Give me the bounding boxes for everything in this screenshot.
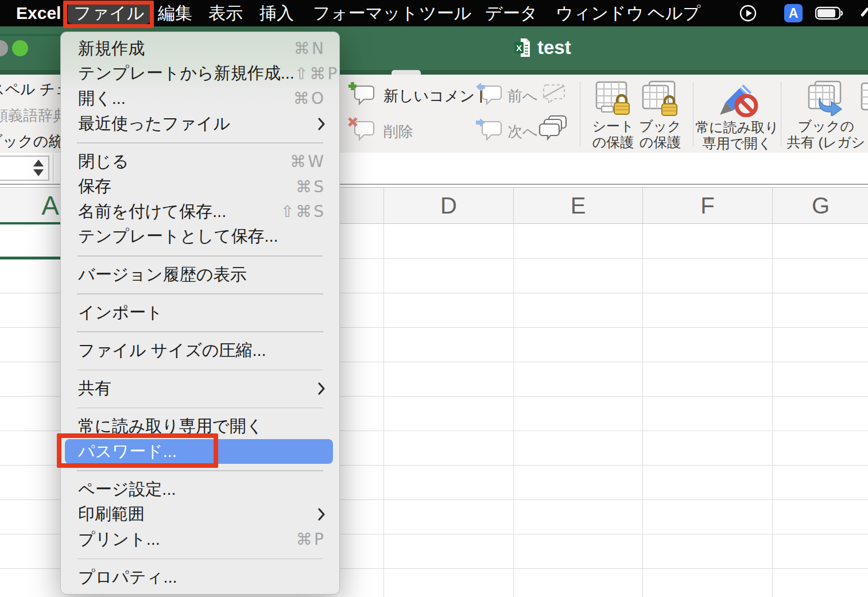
next-comment-icon [475, 117, 503, 141]
menubar-item-8[interactable]: ヘルプ [648, 0, 700, 26]
file-menu-item[interactable]: テンプレートとして保存... [61, 224, 339, 250]
menu-item-shortcut: ⌘S [296, 177, 326, 196]
next-comment-button: 次へ [507, 122, 538, 142]
thesaurus-button[interactable]: 類義語辞典 [0, 106, 68, 126]
menu-separator [61, 136, 339, 149]
svg-text:X: X [516, 43, 522, 53]
annotation-box-password [57, 433, 218, 468]
show-all-comments-icon[interactable] [537, 115, 568, 144]
menu-item-label: テンプレートから新規作成... [78, 62, 294, 85]
window-title-group: X test [514, 37, 571, 59]
file-menu-item[interactable]: プリント...⌘P [61, 527, 339, 552]
file-menu-panel: 新規作成⌘Nテンプレートから新規作成...⇧⌘P開く...⌘O最近使ったファイル… [60, 32, 340, 595]
menu-item-label: ファイル サイズの圧縮... [78, 339, 266, 362]
file-menu-item[interactable]: 最近使ったファイル [61, 111, 339, 137]
chevron-right-icon [317, 117, 326, 131]
ribbon-separator [781, 82, 781, 147]
file-menu-item[interactable]: バージョン履歴の表示 [61, 262, 339, 288]
menubar-item-2[interactable]: 表示 [208, 0, 243, 26]
input-source-icon[interactable]: A [784, 4, 803, 22]
new-comment-button[interactable]: 新しいコメント [383, 86, 490, 106]
column-header-D[interactable]: D [383, 188, 513, 223]
play-icon[interactable] [739, 5, 757, 22]
file-menu-item[interactable]: 開く...⌘O [61, 86, 339, 111]
gridline-vertical [513, 224, 514, 597]
stepper-down-icon[interactable] [33, 169, 44, 176]
menubar-item-4[interactable]: フォーマット [313, 0, 418, 26]
window-zoom-button[interactable] [12, 40, 28, 56]
file-menu-item[interactable]: 名前を付けて保存...⇧⌘S [61, 199, 339, 224]
stepper-up-icon[interactable] [33, 160, 44, 166]
file-menu-item[interactable]: 印刷範囲 [61, 502, 339, 527]
file-menu-item[interactable]: テンプレートから新規作成...⇧⌘P [61, 61, 339, 87]
menu-separator [61, 249, 339, 262]
menu-item-label: 最近使ったファイル [78, 113, 230, 135]
share-workbook-button[interactable]: ブックの 共有 (レガシ [786, 80, 866, 150]
menu-separator [61, 287, 339, 300]
share-workbook-label-2: 共有 (レガシ [787, 134, 865, 150]
menu-item-shortcut: ⌘P [296, 530, 326, 549]
file-menu-item[interactable]: 新規作成⌘N [61, 36, 339, 61]
active-tab-nub[interactable] [392, 70, 421, 75]
menu-item-label: 名前を付けて保存... [78, 200, 226, 223]
file-menu-item[interactable]: 保存⌘S [61, 174, 339, 199]
menu-item-label: 新規作成 [78, 37, 145, 60]
name-box[interactable] [0, 156, 49, 181]
protect-sheet-button[interactable]: シート の保護 [587, 80, 639, 150]
selected-column-indicator [0, 34, 61, 36]
menu-item-label: インポート [78, 301, 163, 324]
protect-workbook-label-1: ブック [639, 118, 681, 134]
file-menu-item[interactable]: インポート [61, 300, 339, 325]
column-header-E[interactable]: E [513, 188, 642, 223]
read-only-label-2: 専用で開く [702, 135, 772, 151]
file-menu-item[interactable]: プロパティ... [61, 565, 339, 590]
active-cell-border-top [0, 222, 61, 224]
column-header-G[interactable]: G [772, 188, 868, 223]
gridline-vertical [772, 224, 773, 597]
protect-workbook-button[interactable]: ブック の保護 [634, 80, 686, 150]
menu-item-label: 印刷範囲 [78, 503, 145, 526]
column-header-A[interactable]: A [0, 188, 61, 223]
ribbon-separator [580, 82, 580, 147]
menu-item-label: 開く... [78, 87, 126, 110]
menu-item-label: バージョン履歴の表示 [78, 263, 246, 286]
menu-item-label: プリント... [78, 528, 160, 551]
battery-icon[interactable] [815, 6, 845, 20]
file-menu-item[interactable]: ファイル サイズの圧縮... [61, 338, 339, 363]
menu-item-label: 共有 [78, 377, 111, 400]
partial-ribbon-icon [860, 82, 868, 117]
always-open-read-only-button[interactable]: 常に読み取り 専用で開く [694, 80, 780, 152]
window-close-button[interactable] [0, 40, 8, 56]
status-icon-partial [861, 7, 868, 17]
menu-item-shortcut: ⇧⌘P [294, 64, 339, 83]
menu-item-label: プロパティ... [78, 566, 177, 589]
delete-comment-icon [348, 117, 375, 141]
active-cell-border-bottom [0, 257, 61, 259]
file-menu-item[interactable]: 共有 [61, 376, 339, 401]
protect-sheet-label-1: シート [592, 118, 634, 134]
name-box-stepper[interactable] [33, 160, 44, 176]
menu-separator [61, 401, 339, 414]
column-header-F[interactable]: F [642, 188, 772, 223]
menubar-app-excel[interactable]: Excel [16, 0, 61, 26]
menubar-item-5[interactable]: ツール [419, 0, 471, 26]
annotation-box-file-menu [63, 1, 154, 28]
menubar-item-3[interactable]: 挿入 [259, 0, 294, 26]
gridline-vertical [383, 224, 384, 597]
share-workbook-label-1: ブックの [798, 118, 854, 134]
previous-comment-button: 前へ [507, 86, 538, 106]
previous-comment-icon [475, 82, 503, 106]
menu-item-shortcut: ⌘N [294, 39, 326, 58]
menubar-item-1[interactable]: 編集 [158, 0, 192, 26]
new-comment-icon[interactable] [348, 82, 375, 106]
file-menu-item[interactable]: 閉じる⌘W [61, 149, 339, 175]
protect-workbook-label-2: の保護 [640, 134, 681, 150]
file-menu-item[interactable]: ページ設定... [61, 477, 339, 502]
menubar-item-7[interactable]: ウィンドウ [556, 0, 644, 26]
menu-item-shortcut: ⇧⌘S [281, 202, 326, 221]
menubar-item-6[interactable]: データ [485, 0, 537, 26]
protect-sheet-icon [595, 80, 631, 116]
menu-separator [61, 325, 339, 338]
read-only-icon [715, 80, 759, 117]
protect-workbook-icon [641, 80, 679, 116]
